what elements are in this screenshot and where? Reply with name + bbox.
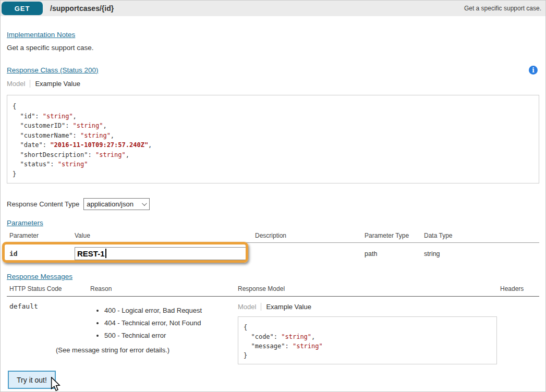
implementation-notes-text: Get a specific support case. [7,44,539,52]
mouse-cursor-icon [49,377,62,392]
parameters-heading[interactable]: Parameters [7,219,43,227]
reason-item: 500 - Technical error [104,332,238,339]
parameters-table-header: Parameter Value Description Parameter Ty… [7,232,539,243]
col-parameter: Parameter [9,232,75,239]
response-messages-header: HTTP Status Code Reason Response Model H… [7,285,539,297]
reason-note: (See message string for error details.) [56,346,238,354]
tab-model[interactable]: Model [238,303,261,311]
response-content-type-label: Response Content Type [7,200,79,208]
col-value: Value [75,232,255,239]
response-example-code: { "id": "string", "customerID": "string"… [7,95,539,183]
info-icon[interactable]: i [529,66,538,75]
error-example-code: { "code": "string", "message": "string"} [238,316,497,364]
status-code: default [9,297,90,364]
parameter-description [255,243,365,264]
col-response-model: Response Model [238,285,500,292]
operation-summary: Get a specific support case. [464,5,541,12]
response-model-cell: Model Example Value { "code": "string", … [238,297,500,364]
reason-item: 404 - Technical error, Not Found [104,319,238,327]
col-description: Description [255,232,365,239]
swagger-operation-panel: GET /supportcases/{id} Get a specific su… [0,0,546,392]
chevron-down-icon [142,201,147,206]
reason-item: 400 - Logical error, Bad Request [104,307,238,314]
headers-cell [500,297,539,364]
response-message-row-default: default 400 - Logical error, Bad Request… [7,297,539,364]
id-value-input-wrap [75,247,248,260]
col-data-type: Data Type [424,232,539,239]
response-content-type-value: application/json [87,200,142,208]
reason-list: 400 - Logical error, Bad Request 404 - T… [90,307,238,339]
col-reason: Reason [90,285,238,292]
col-http-status-code: HTTP Status Code [9,285,90,292]
id-value-input[interactable] [75,247,248,260]
operation-header-bar: GET /supportcases/{id} Get a specific su… [1,1,545,16]
http-method-badge[interactable]: GET [2,2,43,15]
endpoint-path[interactable]: /supportcases/{id} [50,4,114,13]
response-class-row: Response Class (Status 200) i [7,66,539,75]
tab-model[interactable]: Model [7,80,30,88]
response-model-tabs: Model Example Value [238,303,500,311]
parameter-data-type: string [424,243,539,264]
response-class-tabs: Model Example Value [7,80,539,88]
tab-example-value[interactable]: Example Value [261,303,311,311]
col-headers: Headers [500,285,539,292]
tab-example-value[interactable]: Example Value [30,80,80,88]
response-messages-table: HTTP Status Code Reason Response Model H… [7,285,539,364]
col-parameter-type: Parameter Type [365,232,424,239]
response-content-type-row: Response Content Type application/json [7,198,539,210]
operation-body: Implementation Notes Get a specific supp… [1,16,545,389]
parameter-name: id [9,243,75,264]
response-class-heading[interactable]: Response Class (Status 200) [7,66,99,74]
parameter-row-id: id path string [7,243,539,264]
response-content-type-select[interactable]: application/json [83,198,150,210]
response-messages-heading[interactable]: Response Messages [7,273,72,280]
parameter-type: path [365,243,424,264]
reason-cell: 400 - Logical error, Bad Request 404 - T… [90,297,238,364]
text-caret [105,249,106,258]
implementation-notes-heading[interactable]: Implementation Notes [7,31,75,39]
parameters-table: Parameter Value Description Parameter Ty… [7,232,539,264]
